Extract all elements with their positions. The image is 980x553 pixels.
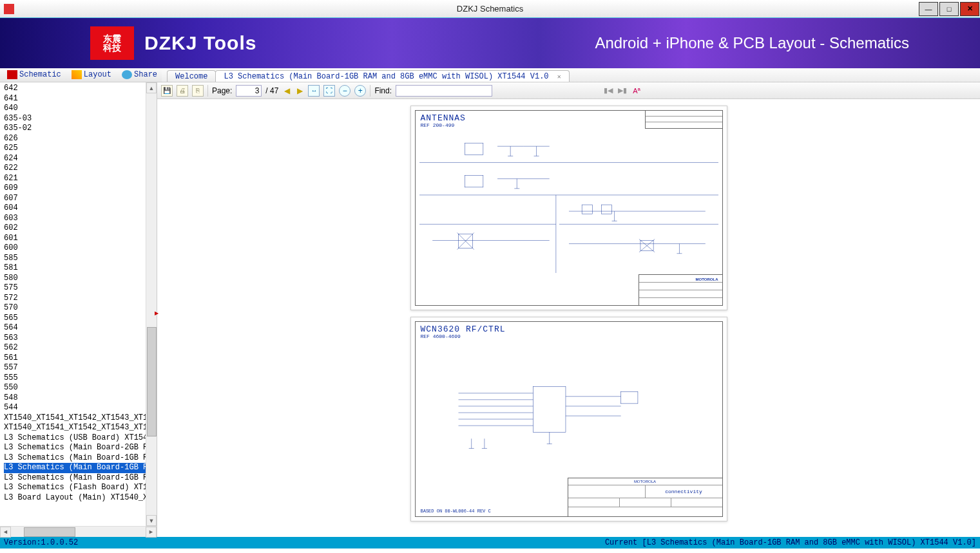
sidebar-item[interactable]: 609	[4, 183, 157, 194]
fit-width-button[interactable]: ↔	[308, 85, 320, 97]
sidebar-item[interactable]: 626	[4, 134, 157, 144]
layout-label: Layout	[84, 70, 111, 79]
zoom-out-button[interactable]: −	[339, 85, 351, 97]
find-next-button[interactable]: ▶▮	[617, 86, 628, 96]
sidebar-item[interactable]: 555	[4, 373, 157, 384]
sidebar-item[interactable]: L3 Schematics (Main Board-1GB RAM and	[4, 463, 157, 473]
sidebar-item[interactable]: L3 Board Layout (Main) XT1540_XT1541_X	[4, 493, 157, 503]
copy-icon[interactable]: ⎘	[192, 85, 204, 97]
sidebar-item[interactable]: 585	[4, 254, 157, 264]
sidebar-item[interactable]: 621	[4, 174, 157, 184]
sidebar-item[interactable]: 607	[4, 194, 157, 204]
sidebar-item[interactable]: 641	[4, 94, 157, 104]
tab-label: Welcome	[175, 72, 207, 81]
sidebar-item[interactable]: 603	[4, 214, 157, 224]
block-name: connectivity	[646, 485, 722, 498]
sidebar-item[interactable]: 601	[4, 234, 157, 244]
sidebar-item[interactable]: 624	[4, 154, 157, 164]
find-input[interactable]	[396, 85, 492, 97]
sidebar-item[interactable]: XT1540_XT1541_XT1542_XT1543_XT1544_XT1	[4, 423, 157, 433]
share-button[interactable]: Share	[117, 69, 162, 80]
prev-page-button[interactable]: ◀	[282, 86, 291, 95]
sidebar-item[interactable]: 580	[4, 274, 157, 284]
vscroll-thumb[interactable]	[147, 327, 157, 436]
current-doc-label: Current [L3 Schematics (Main Board-1GB R…	[605, 538, 976, 547]
schematic-button[interactable]: Schematic	[3, 69, 66, 80]
sidebar-item[interactable]: 602	[4, 223, 157, 234]
scroll-right-button[interactable]: ►	[146, 527, 157, 538]
svg-rect-31	[533, 387, 565, 433]
pdf-icon	[7, 70, 17, 79]
sidebar-item[interactable]: 570	[4, 303, 157, 314]
share-label: Share	[134, 70, 157, 79]
sidebar-item[interactable]: 564	[4, 323, 157, 333]
scroll-down-button[interactable]: ▼	[146, 515, 157, 526]
sidebar-item[interactable]: 622	[4, 164, 157, 174]
scroll-left-button[interactable]: ◄	[0, 527, 11, 538]
page-label: Page:	[212, 86, 232, 95]
sidebar-item[interactable]: L3 Schematics (USB Board) XT1540_XT154	[4, 433, 157, 444]
tab-strip: Welcome L3 Schematics (Main Board-1GB RA…	[167, 70, 569, 82]
tab-document[interactable]: L3 Schematics (Main Board-1GB RAM and 8G…	[215, 70, 569, 82]
sidebar-item[interactable]: 635-02	[4, 124, 157, 134]
share-icon	[122, 70, 132, 79]
sidebar-item[interactable]: L3 Schematics (Flash Board) XT1540_XT1	[4, 483, 157, 493]
fit-page-button[interactable]: ⛶	[323, 85, 335, 97]
toolbar-row: Schematic Layout Share Welcome L3 Schema…	[0, 68, 980, 82]
sidebar-item[interactable]: L3 Schematics (Main Board-2GB RAM and	[4, 443, 157, 453]
sidebar-item[interactable]: 640	[4, 104, 157, 114]
sidebar-list[interactable]: 642641640635-03635-026266256246226216096…	[0, 82, 157, 526]
sidebar-item[interactable]: 548	[4, 393, 157, 404]
sidebar-hscrollbar[interactable]: ◄ ►	[0, 526, 157, 537]
version-label: Version:1.0.0.52	[4, 538, 78, 547]
schematic-subtitle: REF 200-499	[421, 122, 455, 128]
sidebar-item[interactable]: 575	[4, 283, 157, 294]
minimize-button[interactable]: —	[919, 2, 938, 16]
tab-close-icon[interactable]: ✕	[557, 73, 561, 80]
svg-rect-5	[465, 143, 483, 155]
tagline: Android + iPhone & PCB Layout - Schemati…	[595, 34, 909, 52]
save-icon[interactable]: 💾	[161, 85, 173, 97]
sidebar-item[interactable]: XT1540_XT1541_XT1542_XT1543_XT1544_XT1	[4, 413, 157, 424]
mini-toolbar: Schematic Layout Share	[0, 68, 162, 82]
separator	[370, 85, 370, 97]
sidebar-item[interactable]: 635-03	[4, 114, 157, 124]
sidebar-item[interactable]: 581	[4, 263, 157, 274]
sidebar-item[interactable]: 642	[4, 84, 157, 94]
sidebar-vscrollbar[interactable]: ▲ ▼	[146, 82, 157, 526]
sidebar-item[interactable]: 572	[4, 294, 157, 304]
document-viewer[interactable]: ANTENNAS REF 200-499	[157, 99, 980, 537]
sidebar: 642641640635-03635-026266256246226216096…	[0, 82, 157, 537]
zoom-in-button[interactable]: +	[354, 85, 366, 97]
sidebar-item[interactable]: 600	[4, 243, 157, 254]
schematic-page[interactable]: WCN3620 RF/CTRL REF 4600-4699	[410, 317, 727, 521]
layout-button[interactable]: Layout	[67, 69, 116, 80]
sidebar-item[interactable]: 557	[4, 363, 157, 373]
sidebar-item[interactable]: 563	[4, 333, 157, 344]
schematic-subtitle: REF 4600-4699	[421, 333, 461, 339]
scroll-up-button[interactable]: ▲	[146, 82, 157, 93]
sidebar-item[interactable]: 544	[4, 403, 157, 413]
sidebar-item[interactable]: 562	[4, 343, 157, 353]
sidebar-item[interactable]: 550	[4, 383, 157, 393]
match-case-button[interactable]: Aª	[631, 86, 642, 96]
sidebar-item[interactable]: 604	[4, 203, 157, 214]
splitter-handle[interactable]	[155, 310, 159, 316]
logo-text-bottom: 科技	[103, 43, 121, 52]
title-block: MOTOROLA connectivity	[568, 478, 722, 516]
sidebar-item[interactable]: L3 Schematics (Main Board-1GB RAM and	[4, 453, 157, 464]
sidebar-item[interactable]: 625	[4, 144, 157, 154]
close-button[interactable]: ✕	[960, 2, 979, 16]
tab-welcome[interactable]: Welcome	[167, 70, 216, 82]
next-page-button[interactable]: ▶	[295, 86, 304, 95]
sidebar-item[interactable]: 565	[4, 314, 157, 324]
hscroll-track[interactable]	[11, 527, 146, 537]
page-input[interactable]	[236, 85, 262, 97]
sidebar-item[interactable]: L3 Schematics (Main Board-1GB RAM and	[4, 473, 157, 483]
print-icon[interactable]: 🖨	[177, 85, 188, 97]
hscroll-thumb[interactable]	[24, 527, 75, 537]
schematic-page[interactable]: ANTENNAS REF 200-499	[410, 106, 727, 310]
sidebar-item[interactable]: 561	[4, 353, 157, 364]
find-prev-button[interactable]: ▮◀	[603, 86, 613, 96]
maximize-button[interactable]: □	[939, 2, 959, 16]
